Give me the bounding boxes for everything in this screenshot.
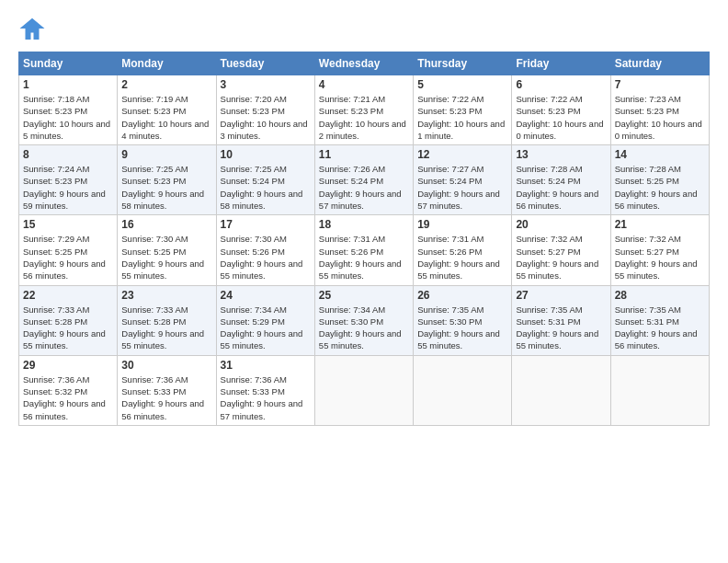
day-number: 3 [221,78,311,91]
logo-icon [18,15,46,42]
day-number: 9 [121,148,211,161]
day-info: Sunrise: 7:31 AM Sunset: 5:26 PM Dayligh… [417,233,507,282]
weekday-header-tuesday: Tuesday [216,52,314,75]
day-number: 13 [516,148,606,161]
calendar-cell: 6Sunrise: 7:22 AM Sunset: 5:23 PM Daylig… [512,75,610,145]
weekday-header-sunday: Sunday [19,52,118,75]
day-info: Sunrise: 7:21 AM Sunset: 5:23 PM Dayligh… [319,93,409,142]
calendar-cell: 12Sunrise: 7:27 AM Sunset: 5:24 PM Dayli… [414,145,512,215]
day-number: 30 [121,359,211,372]
day-number: 19 [417,218,507,231]
calendar-cell: 24Sunrise: 7:34 AM Sunset: 5:29 PM Dayli… [216,285,314,355]
calendar-cell: 19Sunrise: 7:31 AM Sunset: 5:26 PM Dayli… [414,215,512,285]
day-number: 29 [23,359,113,372]
calendar-cell: 26Sunrise: 7:35 AM Sunset: 5:30 PM Dayli… [414,285,512,355]
day-info: Sunrise: 7:30 AM Sunset: 5:26 PM Dayligh… [221,233,311,282]
day-info: Sunrise: 7:25 AM Sunset: 5:24 PM Dayligh… [221,163,311,212]
calendar-cell: 4Sunrise: 7:21 AM Sunset: 5:23 PM Daylig… [314,75,413,145]
calendar-cell: 31Sunrise: 7:36 AM Sunset: 5:33 PM Dayli… [216,355,314,425]
day-info: Sunrise: 7:22 AM Sunset: 5:23 PM Dayligh… [516,93,606,142]
day-info: Sunrise: 7:33 AM Sunset: 5:28 PM Dayligh… [121,304,211,352]
logo [18,15,50,42]
day-info: Sunrise: 7:28 AM Sunset: 5:25 PM Dayligh… [615,163,705,212]
day-number: 14 [615,148,705,161]
calendar-cell: 5Sunrise: 7:22 AM Sunset: 5:23 PM Daylig… [414,75,512,145]
calendar-week-3: 15Sunrise: 7:29 AM Sunset: 5:25 PM Dayli… [19,215,710,285]
day-number: 25 [319,289,409,302]
day-info: Sunrise: 7:23 AM Sunset: 5:23 PM Dayligh… [615,93,705,142]
day-number: 12 [417,148,507,161]
day-info: Sunrise: 7:27 AM Sunset: 5:24 PM Dayligh… [417,163,507,212]
calendar-week-5: 29Sunrise: 7:36 AM Sunset: 5:32 PM Dayli… [19,355,710,425]
day-info: Sunrise: 7:18 AM Sunset: 5:23 PM Dayligh… [23,93,113,142]
day-info: Sunrise: 7:35 AM Sunset: 5:31 PM Dayligh… [615,304,705,352]
day-number: 5 [417,78,507,91]
calendar-cell: 20Sunrise: 7:32 AM Sunset: 5:27 PM Dayli… [512,215,610,285]
day-number: 28 [615,289,705,302]
weekday-header-friday: Friday [512,52,610,75]
day-number: 15 [23,218,113,231]
calendar-header: SundayMondayTuesdayWednesdayThursdayFrid… [19,52,710,75]
day-info: Sunrise: 7:31 AM Sunset: 5:26 PM Dayligh… [319,233,409,282]
weekday-header-saturday: Saturday [610,52,709,75]
day-number: 26 [417,289,507,302]
calendar-cell: 25Sunrise: 7:34 AM Sunset: 5:30 PM Dayli… [314,285,413,355]
day-number: 2 [121,78,211,91]
day-info: Sunrise: 7:29 AM Sunset: 5:25 PM Dayligh… [23,233,113,282]
calendar-cell [414,355,512,425]
header [18,15,710,42]
calendar-cell: 16Sunrise: 7:30 AM Sunset: 5:25 PM Dayli… [118,215,216,285]
calendar-cell: 10Sunrise: 7:25 AM Sunset: 5:24 PM Dayli… [216,145,314,215]
calendar-week-2: 8Sunrise: 7:24 AM Sunset: 5:23 PM Daylig… [19,145,710,215]
day-number: 22 [23,289,113,302]
day-info: Sunrise: 7:34 AM Sunset: 5:30 PM Dayligh… [319,304,409,352]
day-info: Sunrise: 7:35 AM Sunset: 5:31 PM Dayligh… [516,304,606,352]
day-number: 17 [221,218,311,231]
day-number: 18 [319,218,409,231]
day-info: Sunrise: 7:30 AM Sunset: 5:25 PM Dayligh… [121,233,211,282]
calendar-cell: 22Sunrise: 7:33 AM Sunset: 5:28 PM Dayli… [19,285,118,355]
day-number: 23 [121,289,211,302]
day-info: Sunrise: 7:32 AM Sunset: 5:27 PM Dayligh… [615,233,705,282]
calendar-cell: 8Sunrise: 7:24 AM Sunset: 5:23 PM Daylig… [19,145,118,215]
calendar-cell: 7Sunrise: 7:23 AM Sunset: 5:23 PM Daylig… [610,75,709,145]
day-info: Sunrise: 7:19 AM Sunset: 5:23 PM Dayligh… [121,93,211,142]
calendar-cell [512,355,610,425]
calendar-cell: 9Sunrise: 7:25 AM Sunset: 5:23 PM Daylig… [118,145,216,215]
day-info: Sunrise: 7:26 AM Sunset: 5:24 PM Dayligh… [319,163,409,212]
weekday-header-wednesday: Wednesday [314,52,413,75]
calendar-cell: 21Sunrise: 7:32 AM Sunset: 5:27 PM Dayli… [610,215,709,285]
svg-marker-1 [20,18,45,40]
calendar-cell: 13Sunrise: 7:28 AM Sunset: 5:24 PM Dayli… [512,145,610,215]
day-info: Sunrise: 7:33 AM Sunset: 5:28 PM Dayligh… [23,304,113,352]
day-number: 31 [221,359,311,372]
day-info: Sunrise: 7:25 AM Sunset: 5:23 PM Dayligh… [121,163,211,212]
day-number: 20 [516,218,606,231]
day-info: Sunrise: 7:24 AM Sunset: 5:23 PM Dayligh… [23,163,113,212]
calendar-body: 1Sunrise: 7:18 AM Sunset: 5:23 PM Daylig… [19,75,710,426]
day-number: 11 [319,148,409,161]
calendar-cell: 23Sunrise: 7:33 AM Sunset: 5:28 PM Dayli… [118,285,216,355]
calendar-cell: 3Sunrise: 7:20 AM Sunset: 5:23 PM Daylig… [216,75,314,145]
day-number: 16 [121,218,211,231]
day-number: 21 [615,218,705,231]
day-info: Sunrise: 7:36 AM Sunset: 5:32 PM Dayligh… [23,373,113,422]
calendar-cell: 11Sunrise: 7:26 AM Sunset: 5:24 PM Dayli… [314,145,413,215]
day-number: 24 [221,289,311,302]
calendar-cell: 14Sunrise: 7:28 AM Sunset: 5:25 PM Dayli… [610,145,709,215]
calendar-week-1: 1Sunrise: 7:18 AM Sunset: 5:23 PM Daylig… [19,75,710,145]
calendar-table: SundayMondayTuesdayWednesdayThursdayFrid… [18,52,710,426]
day-info: Sunrise: 7:28 AM Sunset: 5:24 PM Dayligh… [516,163,606,212]
calendar-cell: 18Sunrise: 7:31 AM Sunset: 5:26 PM Dayli… [314,215,413,285]
day-number: 27 [516,289,606,302]
calendar-week-4: 22Sunrise: 7:33 AM Sunset: 5:28 PM Dayli… [19,285,710,355]
day-info: Sunrise: 7:22 AM Sunset: 5:23 PM Dayligh… [417,93,507,142]
day-number: 8 [23,148,113,161]
calendar-cell: 29Sunrise: 7:36 AM Sunset: 5:32 PM Dayli… [19,355,118,425]
calendar-cell: 28Sunrise: 7:35 AM Sunset: 5:31 PM Dayli… [610,285,709,355]
calendar-cell [610,355,709,425]
calendar-cell: 15Sunrise: 7:29 AM Sunset: 5:25 PM Dayli… [19,215,118,285]
day-number: 1 [23,78,113,91]
weekday-header-thursday: Thursday [414,52,512,75]
day-info: Sunrise: 7:36 AM Sunset: 5:33 PM Dayligh… [221,373,311,422]
